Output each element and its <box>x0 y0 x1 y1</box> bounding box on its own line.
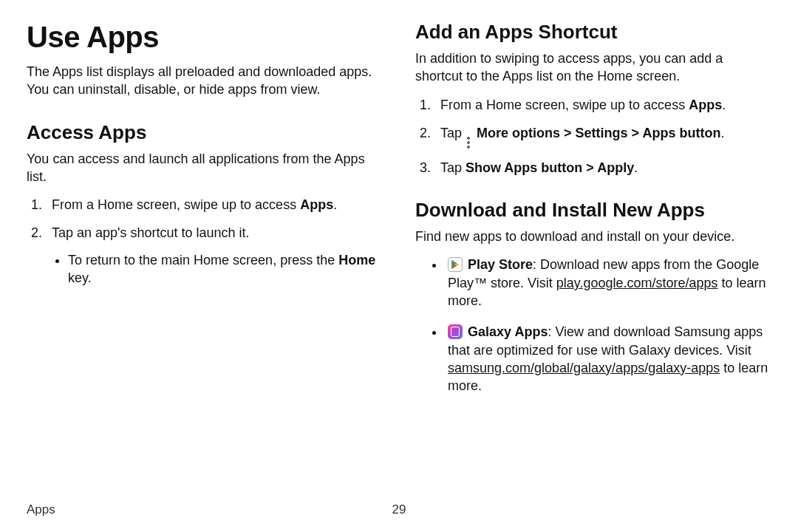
step-1: From a Home screen, swipe up to access A… <box>46 196 383 214</box>
step-text-bold: Show Apps button > Apply <box>466 160 634 175</box>
bullet-text: key. <box>68 270 92 285</box>
right-column: Add an Apps Shortcut In addition to swip… <box>415 21 771 409</box>
app-store-list: Play Store: Download new apps from the G… <box>415 256 771 395</box>
step-text-bold: Apps <box>300 197 333 212</box>
play-store-icon <box>448 257 463 272</box>
heading-add-shortcut: Add an Apps Shortcut <box>415 21 771 44</box>
left-column: Use Apps The Apps list displays all prel… <box>27 21 383 409</box>
galaxy-apps-item: Galaxy Apps: View and download Samsung a… <box>445 323 771 395</box>
add-shortcut-steps: From a Home screen, swipe up to access A… <box>415 96 771 177</box>
step-text: From a Home screen, swipe up to access <box>440 98 689 112</box>
play-store-link[interactable]: play.google.com/store/apps <box>556 276 718 290</box>
step-text: . <box>720 126 724 140</box>
heading-download-install: Download and Install New Apps <box>415 199 771 222</box>
sub-bullet: To return to the main Home screen, press… <box>68 251 383 287</box>
more-options-icon <box>467 137 471 149</box>
two-column-layout: Use Apps The Apps list displays all prel… <box>27 21 771 409</box>
galaxy-apps-link[interactable]: samsung.com/global/galaxy/apps/galaxy-ap… <box>448 361 720 375</box>
step-text: Tap <box>440 160 466 175</box>
step-text: . <box>333 197 337 212</box>
heading-access-apps: Access Apps <box>27 121 383 144</box>
footer-page-number: 29 <box>392 502 406 517</box>
bullet-text: To return to the main Home screen, press… <box>68 253 338 267</box>
step-text-bold: Apps <box>689 98 722 112</box>
step-text: Tap <box>440 126 466 140</box>
step-text: . <box>722 98 726 112</box>
step-text-bold: More options > Settings > Apps button <box>477 126 720 140</box>
step-text: From a Home screen, swipe up to access <box>52 197 300 212</box>
step-text: Tap an app's shortcut to launch it. <box>52 225 250 240</box>
step-2: Tap an app's shortcut to launch it. To r… <box>46 224 383 287</box>
play-store-label: Play Store <box>468 257 533 272</box>
page-title: Use Apps <box>27 21 383 54</box>
intro-paragraph: The Apps list displays all preloaded and… <box>27 63 383 99</box>
bullet-text-bold: Home <box>338 253 375 267</box>
step-2: Tap More options > Settings > Apps butto… <box>434 124 771 149</box>
download-install-paragraph: Find new apps to download and install on… <box>415 228 771 245</box>
step-text: . <box>634 160 638 175</box>
step-3: Tap Show Apps button > Apply. <box>434 159 771 177</box>
galaxy-apps-label: Galaxy Apps <box>468 324 548 339</box>
add-shortcut-paragraph: In addition to swiping to access apps, y… <box>415 50 771 86</box>
access-apps-steps: From a Home screen, swipe up to access A… <box>27 196 383 287</box>
step-1: From a Home screen, swipe up to access A… <box>434 96 771 114</box>
play-store-item: Play Store: Download new apps from the G… <box>445 256 771 310</box>
sub-bullets: To return to the main Home screen, press… <box>52 251 383 287</box>
footer-section: Apps <box>27 502 55 517</box>
galaxy-apps-icon <box>448 324 463 339</box>
access-apps-paragraph: You can access and launch all applicatio… <box>27 150 383 186</box>
page-footer: Apps 29 <box>27 502 771 517</box>
